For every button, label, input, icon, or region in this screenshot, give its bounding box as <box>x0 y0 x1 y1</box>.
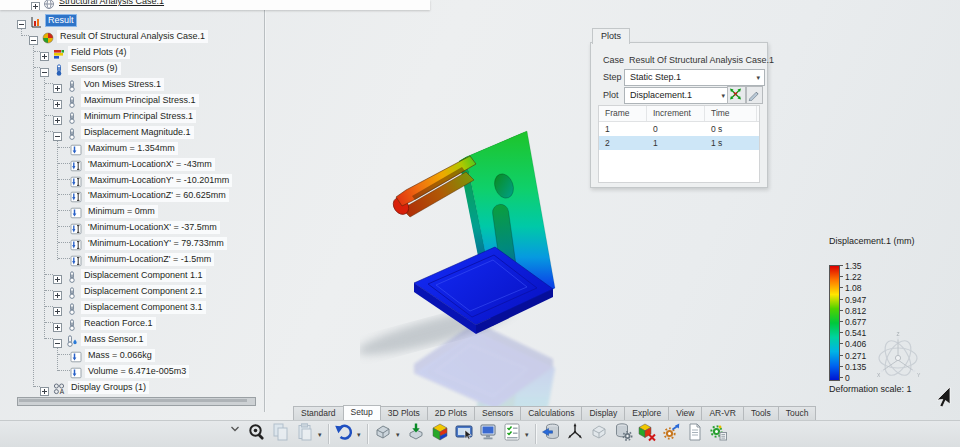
paste-button[interactable] <box>293 422 317 446</box>
expander-icon[interactable] <box>53 302 62 311</box>
import-result-button[interactable] <box>404 422 428 446</box>
tree-item[interactable]: Maximum = 1.354mm <box>0 140 280 156</box>
expander-icon[interactable] <box>53 79 62 88</box>
undo-button[interactable] <box>332 422 356 446</box>
expander-icon[interactable] <box>53 318 62 327</box>
tree-item[interactable]: Mass = 0.066kg <box>0 347 280 363</box>
expander-icon[interactable] <box>31 0 40 6</box>
tree-item[interactable]: Maximum Principal Stress.1 <box>0 92 280 108</box>
expander-icon[interactable] <box>53 334 62 343</box>
tab-explore[interactable]: Explore <box>624 406 669 421</box>
tab-3d-plots[interactable]: 3D Plots <box>380 406 428 421</box>
tab-calculations[interactable]: Calculations <box>520 406 582 421</box>
dropdown-arrow-icon[interactable]: ▾ <box>396 431 400 439</box>
tree-item-label[interactable]: Field Plots (4) <box>68 46 130 59</box>
tree-item[interactable]: 'Minimum-LocationX' = -37.5mm <box>0 219 280 235</box>
tab-display[interactable]: Display <box>581 406 625 421</box>
panel-splitter[interactable] <box>264 0 266 412</box>
tree-item[interactable]: Displacement Magnitude.1 <box>0 124 280 140</box>
expander-icon[interactable] <box>53 286 62 295</box>
simulation-checklist-button[interactable] <box>500 422 524 446</box>
tree-item[interactable]: Volume = 6.471e-005m3 <box>0 363 280 379</box>
capture-button[interactable] <box>452 422 476 446</box>
tree-item-label[interactable]: Maximum Principal Stress.1 <box>81 94 199 107</box>
tree-item[interactable]: ADisplay Groups (1) <box>0 379 280 395</box>
tree-item[interactable]: Reaction Force.1 <box>0 315 280 331</box>
edit-plot-button[interactable] <box>746 86 763 104</box>
tab-touch[interactable]: Touch <box>778 406 817 421</box>
expander-icon[interactable] <box>53 111 62 120</box>
tree-item-label[interactable]: Reaction Force.1 <box>81 317 156 330</box>
expander-icon[interactable] <box>17 15 26 24</box>
tree-item[interactable]: Displacement Component 1.1 <box>0 267 280 283</box>
tab-2d-plots[interactable]: 2D Plots <box>427 406 475 421</box>
delete-results-button[interactable] <box>635 422 659 446</box>
tree-item-label[interactable]: Volume = 6.471e-005m3 <box>85 365 189 378</box>
table-row[interactable]: 211 s <box>599 136 759 150</box>
step-dropdown[interactable]: Static Step.1▾ <box>624 69 765 86</box>
tree-item-label[interactable]: Display Groups (1) <box>68 381 149 394</box>
tree-item-label[interactable]: Displacement Magnitude.1 <box>81 126 194 139</box>
view-compass-icon[interactable]: Z X Y <box>868 328 928 384</box>
database-settings-button[interactable] <box>611 422 635 446</box>
tree-item-label[interactable]: Displacement Component 3.1 <box>81 301 206 314</box>
tree-item-label[interactable]: 'Maximum-LocationX' = -43mm <box>85 158 215 171</box>
tree-horizontal-scrollbar[interactable] <box>17 397 256 406</box>
tree-item-label[interactable]: Result Of Structural Analysis Case.1 <box>57 30 208 43</box>
tree-item-label[interactable]: Structural Analysis Case.1 <box>56 0 167 8</box>
results-plot-button[interactable] <box>428 422 452 446</box>
plot-dropdown[interactable]: Displacement.1▾ <box>624 87 730 104</box>
phone-stand-model[interactable] <box>390 131 555 334</box>
zoom-tool-button[interactable] <box>245 422 269 446</box>
expander-icon[interactable] <box>53 270 62 279</box>
tree-item[interactable]: Result <box>0 12 280 28</box>
reference-part-button[interactable] <box>587 422 611 446</box>
tab-view[interactable]: View <box>668 406 702 421</box>
tree-item-label[interactable]: Sensors (9) <box>68 62 121 75</box>
tree-item-label[interactable]: Mass = 0.066kg <box>85 349 155 362</box>
tree-item[interactable]: Displacement Component 3.1 <box>0 299 280 315</box>
tree-item-label[interactable]: Displacement Component 2.1 <box>81 285 206 298</box>
tree-item-label[interactable]: Displacement Component 1.1 <box>81 269 206 282</box>
tree-item[interactable]: Displacement Component 2.1 <box>0 283 280 299</box>
rescale-plot-button[interactable] <box>727 86 746 104</box>
axis-system-button[interactable] <box>563 422 587 446</box>
tab-sensors[interactable]: Sensors <box>474 406 521 421</box>
tree-item[interactable]: 'Minimum-LocationZ' = -1.5mm <box>0 251 280 267</box>
tree-item-label[interactable]: Maximum = 1.354mm <box>85 142 178 155</box>
tree-item[interactable]: Field Plots (4) <box>0 44 280 60</box>
table-row[interactable]: 100 s <box>599 122 759 136</box>
dropdown-arrow-icon[interactable]: ▾ <box>357 431 361 439</box>
report-button[interactable] <box>683 422 707 446</box>
import-data-button[interactable] <box>539 422 563 446</box>
copy-button[interactable] <box>269 422 293 446</box>
tree-row-clipped[interactable]: Structural Analysis Case.1 <box>0 0 430 10</box>
expander-icon[interactable] <box>53 127 62 136</box>
tree-item-label[interactable]: 'Maximum-LocationZ' = 60.625mm <box>85 189 229 202</box>
dropdown-arrow-icon[interactable]: ▾ <box>525 431 529 439</box>
expander-icon[interactable] <box>29 31 38 40</box>
tree-item[interactable]: 'Maximum-LocationZ' = 60.625mm <box>0 187 280 203</box>
generate-report-button[interactable] <box>707 422 731 446</box>
tree-item[interactable]: Result Of Structural Analysis Case.1 <box>0 28 280 44</box>
tree-item-label[interactable]: 'Minimum-LocationY' = 79.733mm <box>85 237 227 250</box>
tree-item[interactable]: 'Maximum-LocationY' = -10.201mm <box>0 172 280 188</box>
tree-item-label[interactable]: 'Maximum-LocationY' = -10.201mm <box>85 174 232 187</box>
expander-icon[interactable] <box>40 63 49 72</box>
tree-item-label[interactable]: Minimum = 0mm <box>85 205 158 218</box>
tree-item[interactable]: 'Minimum-LocationY' = 79.733mm <box>0 235 280 251</box>
tree-item[interactable]: Mass Sensor.1 <box>0 331 280 347</box>
tree-item-label[interactable]: 'Minimum-LocationX' = -37.5mm <box>85 221 220 234</box>
collapse-toolbar-icon[interactable] <box>230 425 240 433</box>
new-part-button[interactable] <box>371 422 395 446</box>
scrollbar-thumb[interactable] <box>19 399 247 402</box>
plots-panel-tab[interactable]: Plots <box>592 28 630 44</box>
tree-item-label[interactable]: Mass Sensor.1 <box>81 333 147 346</box>
tree-item-label[interactable]: Result <box>45 14 77 27</box>
expander-icon[interactable] <box>53 95 62 104</box>
tree-item[interactable]: Von Mises Stress.1 <box>0 76 280 92</box>
tree-item[interactable]: Sensors (9) <box>0 60 280 76</box>
tree-item-label[interactable]: 'Minimum-LocationZ' = -1.5mm <box>85 253 214 266</box>
tab-tools[interactable]: Tools <box>743 406 779 421</box>
tab-standard[interactable]: Standard <box>293 406 344 421</box>
